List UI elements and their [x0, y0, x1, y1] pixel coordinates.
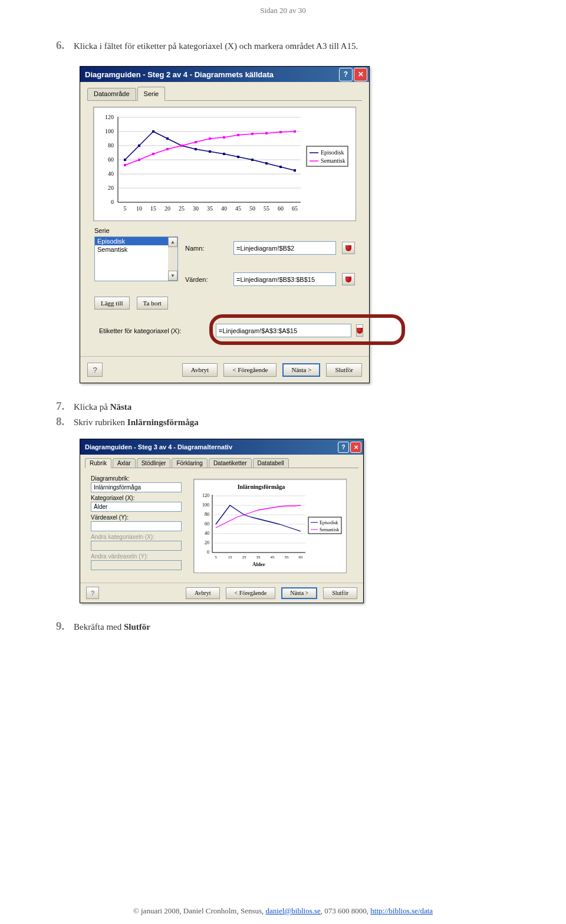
step-9-text: Bekräfta med Slutför: [74, 622, 150, 632]
svg-text:0: 0: [111, 199, 114, 205]
andra-vardeaxel-label: Andra värdeaxeln (Y):: [91, 553, 182, 560]
svg-text:60: 60: [108, 156, 114, 163]
cancel-button[interactable]: Avbryt: [182, 363, 218, 377]
listbox-scrollbar[interactable]: ▲ ▼: [168, 237, 177, 281]
legend-semantisk: Semantisk: [321, 157, 345, 164]
step-9: 9. Bekräfta med Slutför: [56, 620, 510, 633]
svg-rect-31: [166, 137, 169, 140]
svg-rect-46: [195, 141, 197, 143]
next-button[interactable]: Nästa >: [281, 587, 317, 599]
chart-xlabel: Ålder: [252, 561, 265, 567]
range-picker-icon[interactable]: [342, 273, 355, 285]
help-icon[interactable]: ?: [86, 587, 99, 599]
dialog-titlebar: Diagramguiden - Steg 3 av 4 - Diagramalt…: [80, 439, 363, 455]
svg-text:40: 40: [221, 205, 227, 212]
step-8-text: Skriv rubriken Inlärningsförmåga: [74, 417, 199, 428]
footer-email-link[interactable]: daniel@biblios.se: [266, 906, 321, 915]
range-picker-icon[interactable]: [356, 324, 363, 337]
serie-item-episodisk[interactable]: Episodisk: [95, 237, 177, 245]
serie-section-label: Serie: [94, 227, 355, 234]
close-button[interactable]: ✕: [354, 68, 367, 81]
serie-item-semantisk[interactable]: Semantisk: [95, 245, 177, 254]
step-8: 8. Skriv rubriken Inlärningsförmåga: [56, 415, 510, 428]
step-8-number: 8.: [56, 415, 69, 428]
svg-rect-39: [279, 166, 282, 168]
back-button[interactable]: < Föregående: [226, 587, 276, 599]
tab-dataetiketter[interactable]: Dataetiketter: [209, 458, 252, 468]
finish-button[interactable]: Slutför: [323, 587, 357, 599]
category-axis-label: Etiketter för kategoriaxel (X):: [99, 327, 211, 334]
svg-rect-41: [124, 164, 126, 166]
footer-url-link[interactable]: http://biblios.se/data: [370, 906, 433, 915]
vardeaxel-y-input[interactable]: [91, 521, 182, 531]
wizard-step2-dialog: Diagramguiden - Steg 2 av 4 - Diagrammet…: [80, 66, 370, 383]
next-button[interactable]: Nästa >: [282, 363, 320, 377]
category-axis-input[interactable]: [216, 324, 351, 337]
svg-rect-50: [251, 133, 254, 135]
svg-rect-45: [180, 144, 183, 147]
step-7: 7. Klicka på Nästa: [56, 400, 510, 413]
scroll-up-icon[interactable]: ▲: [168, 237, 177, 247]
svg-rect-44: [166, 148, 169, 150]
svg-rect-36: [237, 156, 239, 158]
svg-text:120: 120: [105, 114, 114, 120]
step-6-number: 6.: [56, 39, 69, 52]
svg-text:50: 50: [249, 205, 255, 212]
svg-text:20: 20: [108, 185, 114, 191]
back-button[interactable]: < Föregående: [223, 363, 277, 377]
svg-text:5: 5: [124, 205, 127, 212]
svg-rect-40: [294, 169, 296, 172]
svg-text:55: 55: [285, 555, 289, 560]
svg-rect-33: [195, 148, 197, 150]
help-button[interactable]: ?: [339, 68, 353, 81]
chart-title: Inlärningsförmåga: [238, 484, 285, 490]
svg-text:15: 15: [150, 205, 156, 212]
svg-text:45: 45: [271, 555, 275, 560]
tab-datatabell[interactable]: Datatabell: [253, 458, 289, 468]
tab-rubrik[interactable]: Rubrik: [85, 458, 111, 468]
diagramrubrik-label: Diagramrubrik:: [91, 475, 182, 482]
scroll-down-icon[interactable]: ▼: [168, 271, 177, 281]
serie-listbox[interactable]: Episodisk Semantisk ▲ ▼: [94, 236, 178, 281]
tab-serie[interactable]: Serie: [137, 87, 166, 101]
svg-text:80: 80: [205, 512, 209, 517]
svg-rect-49: [237, 134, 239, 136]
help-button[interactable]: ?: [338, 442, 349, 453]
svg-rect-51: [265, 132, 268, 134]
svg-text:25: 25: [179, 205, 185, 212]
svg-text:80: 80: [108, 142, 114, 149]
step-7-text: Klicka på Nästa: [74, 402, 131, 412]
wizard-step3-dialog: Diagramguiden - Steg 3 av 4 - Diagramalt…: [80, 439, 364, 603]
svg-text:45: 45: [235, 205, 241, 212]
tab-forklaring[interactable]: Förklaring: [172, 458, 207, 468]
remove-series-button[interactable]: Ta bort: [137, 297, 168, 310]
svg-text:120: 120: [202, 493, 209, 498]
diagramrubrik-input[interactable]: [91, 482, 182, 492]
namn-input[interactable]: [233, 241, 336, 255]
svg-text:5: 5: [215, 555, 217, 560]
add-series-button[interactable]: Lägg till: [94, 297, 130, 310]
svg-rect-43: [152, 153, 154, 155]
svg-text:100: 100: [202, 502, 209, 508]
page-indicator: Sidan 20 av 30: [56, 0, 510, 15]
svg-text:35: 35: [207, 205, 213, 212]
dialog-titlebar: Diagramguiden - Steg 2 av 4 - Diagrammet…: [80, 67, 369, 82]
finish-button[interactable]: Slutför: [326, 363, 362, 377]
andra-kategoriaxel-label: Andra kategoriaxeln (X):: [91, 534, 182, 540]
kategoriaxel-x-input[interactable]: [91, 502, 182, 512]
range-picker-icon[interactable]: [342, 242, 355, 254]
vardeaxel-y-label: Värdeaxel (Y):: [91, 514, 182, 521]
svg-text:20: 20: [205, 540, 209, 545]
svg-rect-37: [251, 159, 254, 161]
chart-preview: 120 100 80 60 40 20 0: [93, 107, 356, 221]
help-icon[interactable]: ?: [87, 363, 103, 377]
dialog-title: Diagramguiden - Steg 2 av 4 - Diagrammet…: [85, 70, 274, 79]
cancel-button[interactable]: Avbryt: [186, 587, 220, 599]
tab-stodlinjer[interactable]: Stödlinjer: [137, 458, 171, 468]
tab-axlar[interactable]: Axlar: [113, 458, 136, 468]
chart-preview-small: Inlärningsförmåga 12010080 6040200: [193, 479, 347, 573]
close-button[interactable]: ✕: [350, 442, 361, 453]
svg-text:65: 65: [299, 555, 304, 560]
varden-input[interactable]: [233, 272, 336, 286]
tab-dataomrade[interactable]: Dataområde: [87, 88, 136, 101]
